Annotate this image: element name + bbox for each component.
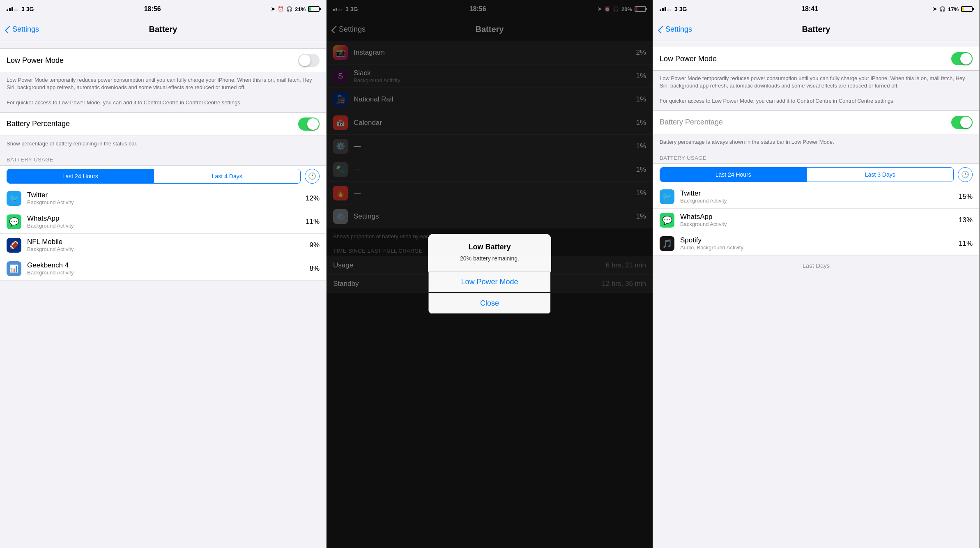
toggle-knob-1 [299, 55, 311, 66]
battery-pct-row-3: Battery Percentage [653, 111, 979, 134]
battery-pct-section-3: Battery Percentage [653, 111, 979, 134]
app-name-twitter-3: Twitter [680, 189, 956, 198]
clock-icon-1[interactable]: 🕐 [305, 169, 320, 184]
signal-bar [667, 9, 669, 11]
nav-back-3[interactable]: Settings [660, 25, 692, 34]
clock-icon-3[interactable]: 🕐 [958, 167, 973, 182]
app-sub-nfl-1: Background Activity [27, 246, 303, 252]
headphone-icon-3: 🎧 [939, 6, 945, 12]
low-power-section-3: Low Power Mode [653, 47, 979, 71]
battery-pct-1: 21% [295, 6, 306, 12]
alarm-icon-1: ⏰ [278, 6, 284, 12]
low-power-toggle-3[interactable] [951, 52, 973, 65]
app-info-geekbench-1: Geekbench 4 Background Activity [27, 261, 303, 276]
low-power-mode-btn-2[interactable]: Low Power Mode [428, 272, 551, 293]
top-gap-3 [653, 41, 979, 47]
signal-bar [662, 8, 664, 11]
modal-box-2: Low Battery 20% battery remaining. Low P… [428, 234, 551, 315]
low-power-desc-3: Low Power Mode temporarily reduces power… [653, 71, 979, 111]
app-icon-geekbench-1: 📊 [7, 261, 21, 276]
app-icon-spotify-3: 🎵 [660, 236, 674, 251]
signal-bar [665, 7, 666, 11]
app-info-whatsapp-3: WhatsApp Background Activity [680, 213, 956, 227]
app-icon-nfl-1: 🏈 [7, 238, 21, 253]
app-pct-twitter-1: 12% [303, 194, 320, 203]
signal-bar [9, 8, 11, 11]
status-left-3: 3 3G [660, 6, 687, 12]
app-row-twitter-1: 🐦 Twitter Background Activity 12% [0, 187, 326, 210]
battery-fill-1 [309, 7, 311, 11]
low-power-row-1: Low Power Mode [0, 49, 326, 72]
location-icon-1: ➤ [271, 6, 275, 12]
app-sub-geekbench-1: Background Activity [27, 269, 303, 276]
app-icon-twitter-1: 🐦 [7, 191, 21, 206]
app-sub-whatsapp-1: Background Activity [27, 223, 303, 229]
close-btn-2[interactable]: Close [428, 293, 551, 314]
app-row-twitter-3: 🐦 Twitter Background Activity 15% [653, 185, 979, 209]
modal-body-2: Low Battery 20% battery remaining. [428, 234, 551, 267]
app-name-whatsapp-1: WhatsApp [27, 214, 303, 223]
app-name-twitter-1: Twitter [27, 191, 303, 199]
modal-message-2: 20% battery remaining. [436, 255, 543, 263]
battery-pct-desc-1: Show percentage of battery remaining in … [0, 136, 326, 153]
app-pct-twitter-3: 15% [956, 193, 973, 201]
location-icon-3: ➤ [933, 6, 937, 12]
app-pct-spotify-3: 11% [956, 239, 973, 248]
panel-2: 3 3G 18:56 ➤ ⏰ 🎧 20% Settings Battery 📸 … [327, 0, 653, 548]
signal-bar [16, 9, 18, 11]
app-sub-whatsapp-3: Background Activity [680, 221, 956, 227]
low-power-label-1: Low Power Mode [7, 56, 64, 65]
battery-pct-label-1: Battery Percentage [7, 120, 70, 128]
low-power-desc-1: Low Power Mode temporarily reduces power… [0, 72, 326, 112]
gap-1 [0, 41, 326, 48]
app-icon-whatsapp-3: 💬 [660, 213, 674, 228]
toggle-knob-bp-3 [960, 117, 972, 128]
signal-bar [660, 9, 661, 11]
app-info-twitter-3: Twitter Background Activity [680, 189, 956, 204]
panel-1: 3 3G 18:56 ➤ ⏰ 🎧 21% Settings Battery Lo… [0, 0, 327, 548]
battery-usage-header-3: BATTERY USAGE [653, 152, 979, 163]
app-pct-whatsapp-3: 13% [956, 216, 973, 224]
segment-control-3: Last 24 Hours Last 3 Days [660, 167, 954, 182]
segment-4d-1[interactable]: Last 4 Days [154, 169, 301, 183]
app-name-nfl-1: NFL Mobile [27, 238, 303, 246]
status-left-1: 3 3G [7, 6, 34, 12]
low-power-label-3: Low Power Mode [660, 55, 717, 63]
battery-fill-3 [962, 7, 964, 11]
nav-title-1: Battery [149, 25, 177, 34]
signal-bars-1 [7, 7, 18, 11]
headphone-icon-1: 🎧 [286, 6, 292, 12]
signal-bar [669, 9, 671, 11]
app-sub-twitter-3: Background Activity [680, 198, 956, 204]
segment-24h-3[interactable]: Last 24 Hours [660, 168, 807, 182]
segment-control-1: Last 24 Hours Last 4 Days [7, 169, 301, 184]
battery-pct-section-1: Battery Percentage [0, 112, 326, 136]
signal-bar [7, 9, 8, 11]
app-row-spotify-3: 🎵 Spotify Audio, Background Activity 11% [653, 232, 979, 256]
battery-usage-header-1: BATTERY USAGE [0, 153, 326, 165]
status-bar-1: 3 3G 18:56 ➤ ⏰ 🎧 21% [0, 0, 326, 18]
segment-container-3: Last 24 Hours Last 3 Days 🕐 [653, 163, 979, 185]
app-row-whatsapp-3: 💬 WhatsApp Background Activity 13% [653, 209, 979, 232]
modal-title-2: Low Battery [436, 243, 543, 251]
nav-bar-3: Settings Battery [653, 18, 979, 41]
nav-title-3: Battery [802, 25, 830, 34]
low-power-toggle-1[interactable] [298, 54, 320, 67]
status-bar-3: 3 3G 18:41 ➤ 🎧 17% [653, 0, 979, 18]
nav-back-1[interactable]: Settings [7, 25, 39, 34]
battery-pct-toggle-1[interactable] [298, 117, 320, 131]
app-pct-whatsapp-1: 11% [303, 218, 320, 226]
app-sub-twitter-1: Background Activity [27, 199, 303, 205]
segment-24h-1[interactable]: Last 24 Hours [7, 169, 154, 183]
carrier-3: 3 3G [674, 6, 687, 12]
app-sub-spotify-3: Audio, Background Activity [680, 244, 956, 251]
app-row-whatsapp-1: 💬 WhatsApp Background Activity 11% [0, 210, 326, 234]
app-name-spotify-3: Spotify [680, 236, 956, 244]
nav-bar-1: Settings Battery [0, 18, 326, 41]
battery-pct-toggle-3[interactable] [951, 116, 973, 129]
segment-3d-3[interactable]: Last 3 Days [807, 168, 954, 182]
low-power-section-1: Low Power Mode [0, 48, 326, 72]
chevron-left-icon-1 [5, 25, 12, 33]
status-right-1: ➤ ⏰ 🎧 21% [271, 6, 320, 12]
battery-icon-3 [961, 6, 973, 12]
